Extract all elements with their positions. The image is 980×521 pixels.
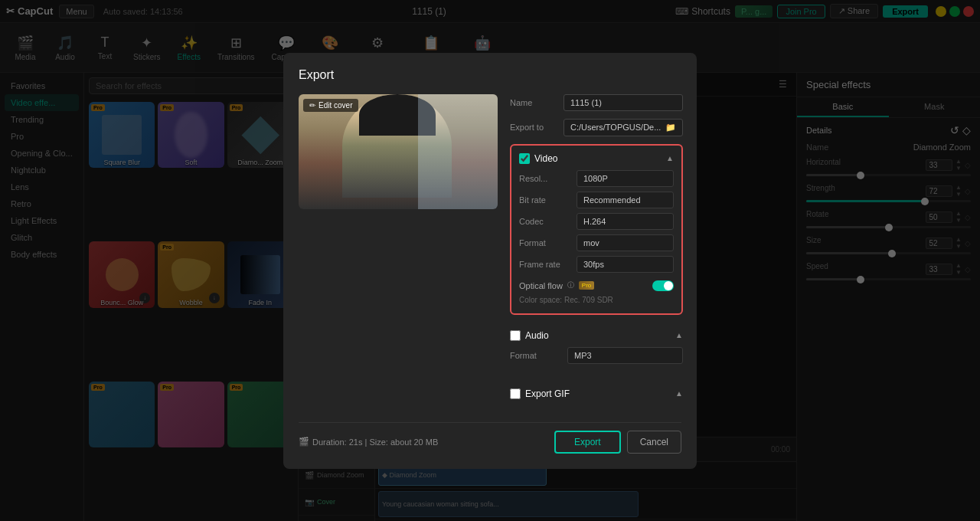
export-dialog-button[interactable]: Export: [554, 431, 621, 454]
name-field-row: Name: [510, 94, 683, 111]
audio-format-select[interactable]: MP3 AAC: [567, 347, 683, 364]
dialog-body: ✏ Edit cover Name Export to C:/Users/TOP…: [299, 94, 681, 411]
optical-flow-pro-badge: Pro: [579, 281, 594, 290]
optical-flow-info-icon: ⓘ: [567, 280, 574, 290]
video-section-header[interactable]: Video ▲: [519, 153, 674, 164]
audio-format-label: Format: [510, 351, 567, 360]
cancel-button[interactable]: Cancel: [627, 431, 681, 454]
framerate-label: Frame rate: [519, 260, 577, 269]
codec-dropdown[interactable]: H.264 H.265: [583, 217, 667, 226]
preview-image: ✏ Edit cover: [299, 94, 498, 209]
bitrate-label: Bit rate: [519, 195, 577, 205]
video-chevron-icon: ▲: [666, 154, 674, 162]
optical-flow-row: Optical flow ⓘ Pro: [519, 277, 674, 294]
edit-cover-button[interactable]: ✏ Edit cover: [303, 99, 358, 112]
video-checkbox[interactable]: [519, 153, 530, 164]
format-label: Format: [519, 238, 577, 247]
name-label: Name: [510, 98, 564, 107]
toggle-knob: [664, 281, 673, 290]
framerate-row: Frame rate 30fps 24fps 60fps: [519, 256, 674, 273]
resolution-row: Resol... 1080P 720P 4K: [519, 170, 674, 187]
color-space-info: Color space: Rec. 709 SDR: [519, 294, 674, 306]
resolution-label: Resol...: [519, 174, 577, 183]
video-section-title: Video: [534, 153, 557, 164]
export-dialog: Export ✏ Edit cover: [283, 53, 697, 469]
dialog-fields: Name Export to C:/Users/TOPGUS/De... 📁 V…: [510, 94, 683, 411]
codec-label: Codec: [519, 217, 577, 226]
framerate-dropdown[interactable]: 30fps 24fps 60fps: [583, 260, 667, 269]
bitrate-select[interactable]: Recommended Low High: [577, 192, 674, 208]
audio-section-title: Audio: [525, 330, 549, 341]
gif-section-header[interactable]: Export GIF ▲: [510, 388, 683, 399]
folder-icon: 📁: [665, 123, 676, 133]
edit-icon: ✏: [309, 101, 315, 110]
bitrate-row: Bit rate Recommended Low High: [519, 192, 674, 208]
dialog-title: Export: [299, 68, 681, 82]
audio-format-dropdown[interactable]: MP3 AAC: [574, 351, 676, 360]
duration-icon: 🎬: [299, 437, 309, 447]
audio-checkbox[interactable]: [510, 330, 521, 341]
audio-format-row: Format MP3 AAC: [510, 347, 683, 364]
resolution-select[interactable]: 1080P 720P 4K: [577, 170, 674, 187]
gif-checkbox[interactable]: [510, 388, 521, 399]
dialog-overlay: Export ✏ Edit cover: [0, 0, 980, 521]
export-to-field-row: Export to C:/Users/TOPGUS/De... 📁: [510, 119, 683, 136]
duration-info: 🎬 Duration: 21s | Size: about 20 MB: [299, 437, 438, 447]
video-section: Video ▲ Resol... 1080P 720P 4K: [510, 144, 683, 315]
dialog-preview: ✏ Edit cover: [299, 94, 498, 411]
name-input[interactable]: [564, 94, 683, 111]
codec-row: Codec H.264 H.265: [519, 213, 674, 230]
format-row: Format mov mp4: [519, 234, 674, 251]
bitrate-dropdown[interactable]: Recommended Low High: [583, 195, 667, 205]
dialog-footer: 🎬 Duration: 21s | Size: about 20 MB Expo…: [299, 422, 681, 454]
framerate-select[interactable]: 30fps 24fps 60fps: [577, 256, 674, 273]
export-path-display[interactable]: C:/Users/TOPGUS/De... 📁: [564, 119, 683, 136]
format-dropdown[interactable]: mov mp4: [583, 238, 667, 247]
gif-section: Export GIF ▲: [510, 382, 683, 411]
audio-chevron-icon: ▲: [675, 331, 683, 339]
audio-section-header[interactable]: Audio ▲: [510, 330, 683, 341]
resolution-dropdown[interactable]: 1080P 720P 4K: [583, 174, 667, 183]
optical-flow-toggle[interactable]: [652, 280, 674, 291]
codec-select[interactable]: H.264 H.265: [577, 213, 674, 230]
duration-text: Duration: 21s | Size: about 20 MB: [312, 437, 438, 447]
optical-flow-label: Optical flow: [519, 281, 563, 290]
audio-section: Audio ▲ Format MP3 AAC: [510, 323, 683, 376]
gif-section-title: Export GIF: [525, 388, 570, 399]
gif-chevron-icon: ▲: [675, 389, 683, 398]
format-select[interactable]: mov mp4: [577, 234, 674, 251]
export-to-label: Export to: [510, 123, 564, 132]
footer-buttons: Export Cancel: [554, 431, 681, 454]
